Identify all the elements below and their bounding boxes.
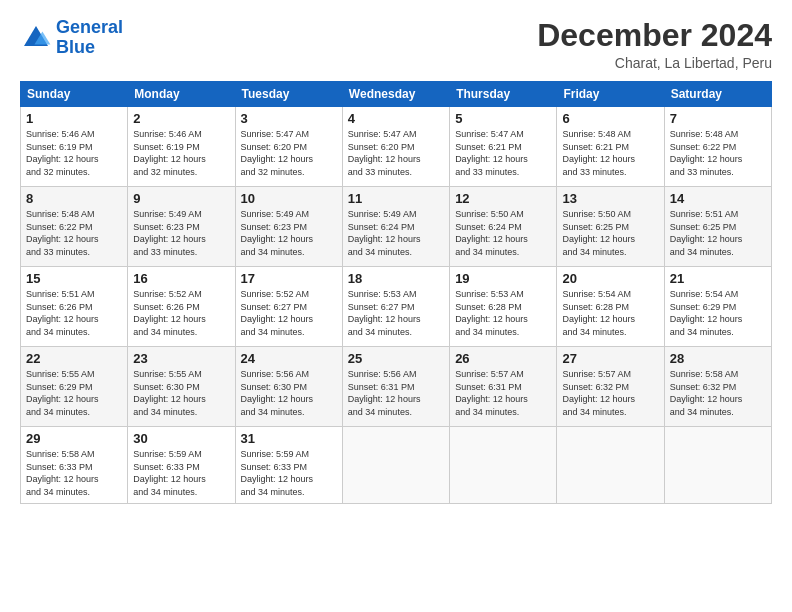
day-number: 16	[133, 271, 229, 286]
day-info: Sunrise: 5:54 AM Sunset: 6:28 PM Dayligh…	[562, 288, 658, 338]
day-number: 9	[133, 191, 229, 206]
day-info: Sunrise: 5:48 AM Sunset: 6:22 PM Dayligh…	[26, 208, 122, 258]
calendar-cell: 8Sunrise: 5:48 AM Sunset: 6:22 PM Daylig…	[21, 187, 128, 267]
calendar-cell: 10Sunrise: 5:49 AM Sunset: 6:23 PM Dayli…	[235, 187, 342, 267]
header: General Blue December 2024 Charat, La Li…	[20, 18, 772, 71]
calendar-cell: 11Sunrise: 5:49 AM Sunset: 6:24 PM Dayli…	[342, 187, 449, 267]
logo-icon	[20, 22, 52, 54]
day-number: 14	[670, 191, 766, 206]
day-number: 5	[455, 111, 551, 126]
day-number: 6	[562, 111, 658, 126]
day-info: Sunrise: 5:59 AM Sunset: 6:33 PM Dayligh…	[133, 448, 229, 498]
calendar-header-tuesday: Tuesday	[235, 82, 342, 107]
day-number: 31	[241, 431, 337, 446]
day-number: 19	[455, 271, 551, 286]
day-info: Sunrise: 5:56 AM Sunset: 6:30 PM Dayligh…	[241, 368, 337, 418]
day-info: Sunrise: 5:52 AM Sunset: 6:27 PM Dayligh…	[241, 288, 337, 338]
calendar-week-1: 1Sunrise: 5:46 AM Sunset: 6:19 PM Daylig…	[21, 107, 772, 187]
calendar-cell: 23Sunrise: 5:55 AM Sunset: 6:30 PM Dayli…	[128, 347, 235, 427]
day-number: 24	[241, 351, 337, 366]
day-info: Sunrise: 5:59 AM Sunset: 6:33 PM Dayligh…	[241, 448, 337, 498]
calendar-cell: 25Sunrise: 5:56 AM Sunset: 6:31 PM Dayli…	[342, 347, 449, 427]
calendar-cell: 12Sunrise: 5:50 AM Sunset: 6:24 PM Dayli…	[450, 187, 557, 267]
calendar-cell: 17Sunrise: 5:52 AM Sunset: 6:27 PM Dayli…	[235, 267, 342, 347]
calendar-cell: 31Sunrise: 5:59 AM Sunset: 6:33 PM Dayli…	[235, 427, 342, 503]
calendar-cell: 14Sunrise: 5:51 AM Sunset: 6:25 PM Dayli…	[664, 187, 771, 267]
calendar-cell: 29Sunrise: 5:58 AM Sunset: 6:33 PM Dayli…	[21, 427, 128, 503]
day-info: Sunrise: 5:50 AM Sunset: 6:24 PM Dayligh…	[455, 208, 551, 258]
day-number: 29	[26, 431, 122, 446]
calendar-cell: 27Sunrise: 5:57 AM Sunset: 6:32 PM Dayli…	[557, 347, 664, 427]
day-info: Sunrise: 5:53 AM Sunset: 6:27 PM Dayligh…	[348, 288, 444, 338]
calendar-cell: 7Sunrise: 5:48 AM Sunset: 6:22 PM Daylig…	[664, 107, 771, 187]
day-number: 23	[133, 351, 229, 366]
calendar-cell	[664, 427, 771, 503]
calendar-week-3: 15Sunrise: 5:51 AM Sunset: 6:26 PM Dayli…	[21, 267, 772, 347]
day-number: 17	[241, 271, 337, 286]
day-number: 4	[348, 111, 444, 126]
calendar-cell: 28Sunrise: 5:58 AM Sunset: 6:32 PM Dayli…	[664, 347, 771, 427]
day-info: Sunrise: 5:51 AM Sunset: 6:25 PM Dayligh…	[670, 208, 766, 258]
day-info: Sunrise: 5:55 AM Sunset: 6:30 PM Dayligh…	[133, 368, 229, 418]
calendar-cell: 21Sunrise: 5:54 AM Sunset: 6:29 PM Dayli…	[664, 267, 771, 347]
day-info: Sunrise: 5:50 AM Sunset: 6:25 PM Dayligh…	[562, 208, 658, 258]
calendar-cell: 22Sunrise: 5:55 AM Sunset: 6:29 PM Dayli…	[21, 347, 128, 427]
calendar-cell: 9Sunrise: 5:49 AM Sunset: 6:23 PM Daylig…	[128, 187, 235, 267]
page: General Blue December 2024 Charat, La Li…	[0, 0, 792, 612]
calendar-week-2: 8Sunrise: 5:48 AM Sunset: 6:22 PM Daylig…	[21, 187, 772, 267]
day-number: 2	[133, 111, 229, 126]
day-info: Sunrise: 5:47 AM Sunset: 6:20 PM Dayligh…	[348, 128, 444, 178]
calendar-header-wednesday: Wednesday	[342, 82, 449, 107]
calendar-cell: 6Sunrise: 5:48 AM Sunset: 6:21 PM Daylig…	[557, 107, 664, 187]
day-info: Sunrise: 5:46 AM Sunset: 6:19 PM Dayligh…	[133, 128, 229, 178]
logo-line2: Blue	[56, 37, 95, 57]
day-number: 28	[670, 351, 766, 366]
day-info: Sunrise: 5:52 AM Sunset: 6:26 PM Dayligh…	[133, 288, 229, 338]
day-number: 20	[562, 271, 658, 286]
day-info: Sunrise: 5:55 AM Sunset: 6:29 PM Dayligh…	[26, 368, 122, 418]
day-number: 15	[26, 271, 122, 286]
calendar-cell: 15Sunrise: 5:51 AM Sunset: 6:26 PM Dayli…	[21, 267, 128, 347]
day-number: 10	[241, 191, 337, 206]
calendar-header-thursday: Thursday	[450, 82, 557, 107]
day-number: 27	[562, 351, 658, 366]
day-info: Sunrise: 5:57 AM Sunset: 6:32 PM Dayligh…	[562, 368, 658, 418]
calendar-cell	[450, 427, 557, 503]
calendar-header-sunday: Sunday	[21, 82, 128, 107]
day-info: Sunrise: 5:53 AM Sunset: 6:28 PM Dayligh…	[455, 288, 551, 338]
calendar-cell: 24Sunrise: 5:56 AM Sunset: 6:30 PM Dayli…	[235, 347, 342, 427]
day-info: Sunrise: 5:49 AM Sunset: 6:24 PM Dayligh…	[348, 208, 444, 258]
day-number: 22	[26, 351, 122, 366]
day-number: 30	[133, 431, 229, 446]
day-number: 3	[241, 111, 337, 126]
logo-line1: General	[56, 17, 123, 37]
day-info: Sunrise: 5:54 AM Sunset: 6:29 PM Dayligh…	[670, 288, 766, 338]
calendar-week-4: 22Sunrise: 5:55 AM Sunset: 6:29 PM Dayli…	[21, 347, 772, 427]
calendar-cell: 5Sunrise: 5:47 AM Sunset: 6:21 PM Daylig…	[450, 107, 557, 187]
day-info: Sunrise: 5:58 AM Sunset: 6:32 PM Dayligh…	[670, 368, 766, 418]
calendar-cell	[342, 427, 449, 503]
calendar-cell: 2Sunrise: 5:46 AM Sunset: 6:19 PM Daylig…	[128, 107, 235, 187]
day-number: 21	[670, 271, 766, 286]
day-info: Sunrise: 5:56 AM Sunset: 6:31 PM Dayligh…	[348, 368, 444, 418]
day-info: Sunrise: 5:48 AM Sunset: 6:22 PM Dayligh…	[670, 128, 766, 178]
calendar-cell: 18Sunrise: 5:53 AM Sunset: 6:27 PM Dayli…	[342, 267, 449, 347]
calendar-cell: 30Sunrise: 5:59 AM Sunset: 6:33 PM Dayli…	[128, 427, 235, 503]
day-info: Sunrise: 5:47 AM Sunset: 6:21 PM Dayligh…	[455, 128, 551, 178]
day-number: 11	[348, 191, 444, 206]
calendar-cell: 20Sunrise: 5:54 AM Sunset: 6:28 PM Dayli…	[557, 267, 664, 347]
calendar-header-friday: Friday	[557, 82, 664, 107]
calendar-cell: 13Sunrise: 5:50 AM Sunset: 6:25 PM Dayli…	[557, 187, 664, 267]
day-number: 7	[670, 111, 766, 126]
day-info: Sunrise: 5:48 AM Sunset: 6:21 PM Dayligh…	[562, 128, 658, 178]
calendar-cell: 26Sunrise: 5:57 AM Sunset: 6:31 PM Dayli…	[450, 347, 557, 427]
calendar-header-saturday: Saturday	[664, 82, 771, 107]
logo-text: General Blue	[56, 18, 123, 58]
main-title: December 2024	[537, 18, 772, 53]
day-number: 12	[455, 191, 551, 206]
day-info: Sunrise: 5:46 AM Sunset: 6:19 PM Dayligh…	[26, 128, 122, 178]
calendar-cell: 3Sunrise: 5:47 AM Sunset: 6:20 PM Daylig…	[235, 107, 342, 187]
day-info: Sunrise: 5:47 AM Sunset: 6:20 PM Dayligh…	[241, 128, 337, 178]
calendar-table: SundayMondayTuesdayWednesdayThursdayFrid…	[20, 81, 772, 503]
day-number: 26	[455, 351, 551, 366]
